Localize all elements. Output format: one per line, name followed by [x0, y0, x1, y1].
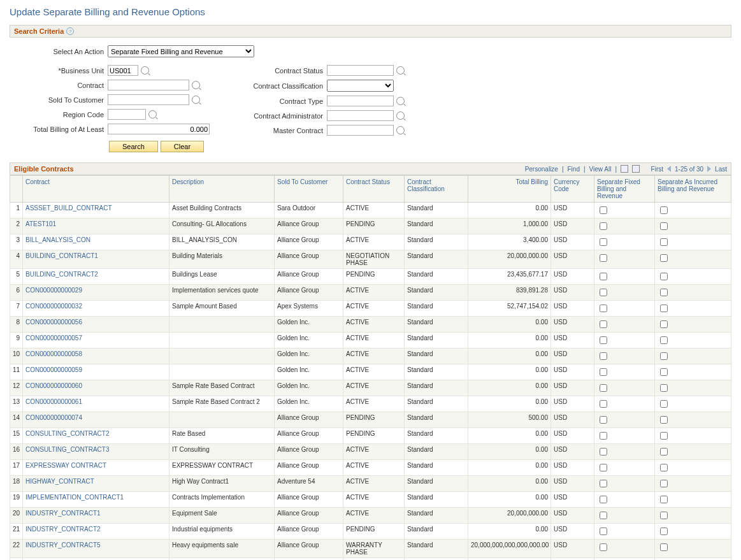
contract-link[interactable]: INDUSTRY_CONTRACT2	[25, 526, 101, 533]
contract-link[interactable]: HIGHWAY_CONTRACT	[25, 478, 94, 485]
select-action-dropdown[interactable]: Separate Fixed Billing and Revenue	[108, 45, 254, 57]
sep-fixed-checkbox[interactable]	[600, 352, 607, 360]
contract-link[interactable]: BILL_ANALYSIS_CON	[25, 236, 90, 243]
sep-fixed-checkbox[interactable]	[600, 320, 607, 328]
col-classification[interactable]: Contract Classification	[405, 176, 468, 203]
master-input[interactable]	[327, 125, 394, 136]
sep-fixed-checkbox[interactable]	[600, 432, 607, 440]
classification-dropdown[interactable]	[327, 80, 394, 92]
sep-incurred-checkbox[interactable]	[660, 400, 668, 408]
help-icon[interactable]: ?	[66, 27, 74, 35]
sep-fixed-checkbox[interactable]	[600, 400, 607, 408]
contract-link[interactable]: ATEST101	[25, 220, 56, 227]
contract-link[interactable]: CON000000000058	[25, 350, 82, 357]
sep-fixed-checkbox[interactable]	[600, 480, 607, 487]
col-contract[interactable]: Contract	[23, 176, 169, 203]
sep-incurred-checkbox[interactable]	[660, 320, 668, 328]
sep-fixed-checkbox[interactable]	[600, 464, 607, 471]
contract-status-input[interactable]	[327, 65, 394, 76]
col-total-billing[interactable]: Total Billing	[468, 176, 551, 203]
sold-to-lookup-icon[interactable]	[192, 96, 200, 104]
contract-link[interactable]: ASSSET_BUILD_CONTRACT	[25, 205, 112, 212]
total-billing-input[interactable]	[108, 124, 210, 134]
admin-input[interactable]	[327, 110, 394, 121]
contract-type-input[interactable]	[327, 96, 394, 106]
sep-fixed-checkbox[interactable]	[600, 496, 607, 503]
prev-arrow-icon[interactable]	[667, 166, 671, 172]
search-button[interactable]: Search	[109, 141, 158, 152]
sep-incurred-checkbox[interactable]	[660, 222, 668, 230]
sep-incurred-checkbox[interactable]	[660, 416, 668, 424]
sep-fixed-checkbox[interactable]	[600, 222, 607, 230]
view-all-link[interactable]: View All	[589, 166, 612, 173]
sep-fixed-checkbox[interactable]	[600, 305, 607, 312]
admin-lookup-icon[interactable]	[396, 111, 405, 120]
contract-link[interactable]: CON000000000056	[25, 319, 82, 326]
contract-link[interactable]: CON000000000060	[25, 382, 82, 389]
sep-fixed-checkbox[interactable]	[600, 254, 607, 262]
contract-link[interactable]: BUILDING_CONTRACT1	[25, 252, 98, 259]
contract-link[interactable]: EXPRESSWAY CONTRACT	[25, 462, 106, 469]
business-unit-lookup-icon[interactable]	[141, 66, 149, 75]
sep-incurred-checkbox[interactable]	[660, 512, 668, 519]
sep-incurred-checkbox[interactable]	[660, 273, 668, 280]
last-link[interactable]: Last	[715, 166, 727, 173]
sep-fixed-checkbox[interactable]	[600, 543, 607, 551]
region-lookup-icon[interactable]	[148, 110, 157, 118]
contract-link[interactable]: CON000000000057	[25, 334, 82, 341]
sep-incurred-checkbox[interactable]	[660, 448, 668, 456]
region-input[interactable]	[108, 109, 146, 120]
col-description[interactable]: Description	[169, 176, 275, 203]
sep-fixed-checkbox[interactable]	[600, 336, 607, 344]
sep-fixed-checkbox[interactable]	[600, 273, 607, 280]
contract-link[interactable]: CON000000000074	[25, 414, 82, 421]
zoom-icon[interactable]	[621, 165, 628, 173]
col-status[interactable]: Contract Status	[343, 176, 405, 203]
sold-to-input[interactable]	[108, 94, 189, 105]
clear-button[interactable]: Clear	[161, 141, 204, 152]
sep-fixed-checkbox[interactable]	[600, 512, 607, 519]
sep-incurred-checkbox[interactable]	[660, 432, 668, 440]
sep-incurred-checkbox[interactable]	[660, 336, 668, 344]
contract-link[interactable]: CON000000000059	[25, 366, 82, 373]
personalize-link[interactable]: Personalize	[525, 166, 558, 173]
contract-link[interactable]: IMPLEMENTATION_CONTRACT1	[25, 494, 124, 501]
sep-fixed-checkbox[interactable]	[600, 384, 607, 392]
contract-input[interactable]	[108, 80, 189, 90]
sep-fixed-checkbox[interactable]	[600, 448, 607, 456]
first-link[interactable]: First	[651, 166, 663, 173]
download-icon[interactable]	[632, 165, 640, 173]
contract-status-lookup-icon[interactable]	[396, 66, 405, 75]
business-unit-input[interactable]	[108, 65, 138, 76]
find-link[interactable]: Find	[568, 166, 580, 173]
sep-incurred-checkbox[interactable]	[660, 464, 668, 471]
col-sep-fixed[interactable]: Separate Fixed Billing and Revenue	[594, 176, 655, 203]
sep-fixed-checkbox[interactable]	[600, 289, 607, 296]
sep-incurred-checkbox[interactable]	[660, 543, 668, 551]
sep-fixed-checkbox[interactable]	[600, 416, 607, 424]
sep-incurred-checkbox[interactable]	[660, 289, 668, 296]
contract-link[interactable]: BUILDING_CONTRACT2	[25, 271, 98, 278]
sep-fixed-checkbox[interactable]	[600, 528, 607, 535]
col-sold-to[interactable]: Sold To Customer	[275, 176, 343, 203]
sep-incurred-checkbox[interactable]	[660, 480, 668, 487]
sep-incurred-checkbox[interactable]	[660, 352, 668, 360]
sep-fixed-checkbox[interactable]	[600, 368, 607, 376]
sep-incurred-checkbox[interactable]	[660, 368, 668, 376]
contract-link[interactable]: CON000000000061	[25, 398, 82, 405]
contract-link[interactable]: CON000000000029	[25, 287, 82, 294]
sep-fixed-checkbox[interactable]	[600, 238, 607, 246]
sep-incurred-checkbox[interactable]	[660, 254, 668, 262]
sep-incurred-checkbox[interactable]	[660, 496, 668, 503]
contract-link[interactable]: INDUSTRY_CONTRACT1	[25, 510, 101, 517]
contract-type-lookup-icon[interactable]	[396, 97, 405, 105]
sep-incurred-checkbox[interactable]	[660, 305, 668, 312]
contract-lookup-icon[interactable]	[192, 81, 200, 89]
next-arrow-icon[interactable]	[707, 166, 711, 172]
master-lookup-icon[interactable]	[396, 126, 405, 134]
col-currency[interactable]: Currency Code	[551, 176, 594, 203]
sep-incurred-checkbox[interactable]	[660, 384, 668, 392]
sep-incurred-checkbox[interactable]	[660, 528, 668, 535]
sep-incurred-checkbox[interactable]	[660, 238, 668, 246]
sep-incurred-checkbox[interactable]	[660, 206, 668, 214]
